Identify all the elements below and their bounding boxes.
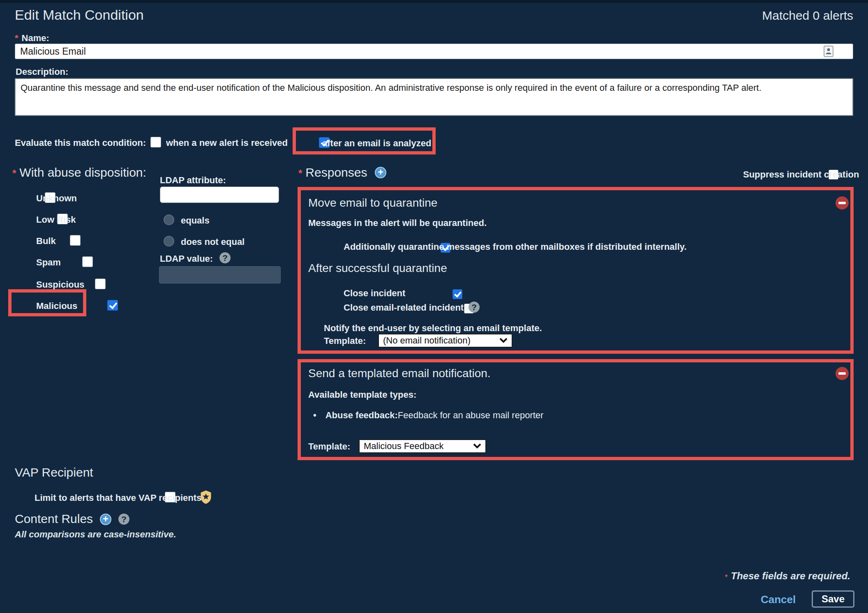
quarantine-template-label: Template: — [324, 336, 366, 346]
after-email-analyzed-label: after an email is analyzed — [322, 138, 431, 149]
ldap-value-help-icon[interactable]: ? — [219, 252, 231, 263]
add-content-rule-icon[interactable]: + — [100, 514, 111, 525]
ldap-equals-label: equals — [181, 215, 210, 226]
required-asterisk: * — [298, 168, 302, 179]
description-textarea[interactable]: Quarantine this message and send the end… — [15, 78, 853, 116]
quarantine-panel-title: Move email to quarantine — [308, 196, 437, 210]
templated-email-template-value: Malicious Feedback — [364, 441, 443, 452]
close-incident-label: Close incident — [344, 288, 405, 299]
disposition-suspicious-label: Suspicious — [36, 279, 84, 290]
remove-response-icon[interactable] — [836, 196, 849, 210]
ldap-does-not-equal-radio[interactable] — [164, 236, 174, 247]
quarantine-template-value: (No email notification) — [383, 335, 471, 346]
template-type-description: Feedback for an abuse mail reporter — [398, 410, 544, 421]
required-asterisk: * — [725, 574, 727, 581]
templated-email-template-label: Template: — [308, 441, 350, 452]
name-input[interactable] — [15, 44, 853, 59]
available-template-types-label: Available template types: — [308, 389, 416, 400]
notify-end-user-text: Notify the end-user by selecting an emai… — [324, 323, 542, 334]
disposition-spam-label: Spam — [36, 257, 61, 268]
disposition-spam-checkbox[interactable] — [82, 256, 93, 267]
template-type-bullet-item: • Abuse feedback: Feedback for an abuse … — [313, 410, 543, 421]
required-fields-note: *These fields are required. — [725, 570, 850, 582]
disposition-bulk-label: Bulk — [36, 236, 56, 247]
description-label: Description: — [16, 67, 68, 77]
limit-vap-label: Limit to alerts that have VAP recipients — [35, 493, 201, 503]
bullet-icon: • — [313, 410, 316, 421]
disposition-unknown-label: Unknown — [36, 193, 77, 204]
disposition-suspicious-checkbox[interactable] — [95, 279, 106, 289]
required-asterisk: * — [15, 33, 18, 43]
template-type-name: Abuse feedback: — [326, 410, 398, 421]
remove-response-icon[interactable] — [836, 367, 849, 380]
after-quarantine-subheader: After successful quarantine — [308, 261, 447, 275]
close-email-related-label: Close email-related incidents — [344, 302, 469, 313]
disposition-malicious-label: Malicious — [36, 301, 77, 311]
evaluate-label: Evaluate this match condition: — [15, 138, 146, 148]
chevron-down-icon — [473, 443, 481, 449]
ldap-value-label: LDAP value: — [160, 253, 213, 264]
responses-header: *Responses — [298, 165, 367, 181]
matched-alerts-counter: Matched 0 alerts — [762, 8, 853, 23]
when-new-alert-label: when a new alert is received — [166, 138, 288, 148]
disposition-header: *With abuse disposition: — [12, 165, 146, 181]
autofill-person-icon[interactable] — [824, 46, 833, 57]
add-response-icon[interactable]: + — [375, 167, 386, 178]
when-new-alert-checkbox[interactable] — [150, 137, 161, 147]
ldap-attribute-label: LDAP attribute: — [160, 175, 226, 186]
case-insensitive-note: All comparisons are case-insensitive. — [15, 529, 176, 540]
templated-email-panel-title: Send a templated email notification. — [308, 366, 491, 380]
page-title: Edit Match Condition — [15, 6, 144, 24]
ldap-attribute-input[interactable] — [160, 187, 279, 203]
save-button[interactable]: Save — [812, 590, 854, 608]
quarantine-template-select[interactable]: (No email notification) — [378, 334, 512, 348]
ldap-does-not-equal-label: does not equal — [181, 237, 245, 247]
name-label: *Name: — [15, 33, 49, 44]
close-email-related-help-icon[interactable]: ? — [469, 302, 480, 313]
templated-email-template-select[interactable]: Malicious Feedback — [359, 439, 486, 453]
disposition-lowrisk-label: Low Risk — [36, 214, 76, 225]
disposition-malicious-checkbox[interactable] — [107, 300, 118, 311]
suppress-incident-label: Suppress incident creation — [743, 169, 859, 180]
ldap-value-input-disabled — [159, 266, 281, 283]
content-rules-header: Content Rules — [15, 512, 93, 526]
close-incident-checkbox[interactable] — [452, 289, 462, 299]
chevron-down-icon — [499, 338, 508, 343]
vap-shield-icon — [200, 490, 212, 506]
cancel-button[interactable]: Cancel — [761, 593, 796, 606]
additionally-quarantine-label: Additionally quarantine messages from ot… — [344, 242, 687, 252]
vap-recipient-header: VAP Recipient — [15, 465, 93, 480]
disposition-bulk-checkbox[interactable] — [70, 235, 81, 246]
quarantine-description: Messages in the alert will be quarantine… — [308, 218, 487, 228]
edit-match-condition-dialog: Edit Match Condition Matched 0 alerts *N… — [0, 0, 868, 613]
required-asterisk: * — [12, 168, 16, 179]
ldap-equals-radio[interactable] — [164, 214, 174, 225]
content-rules-help-icon[interactable]: ? — [118, 514, 129, 525]
